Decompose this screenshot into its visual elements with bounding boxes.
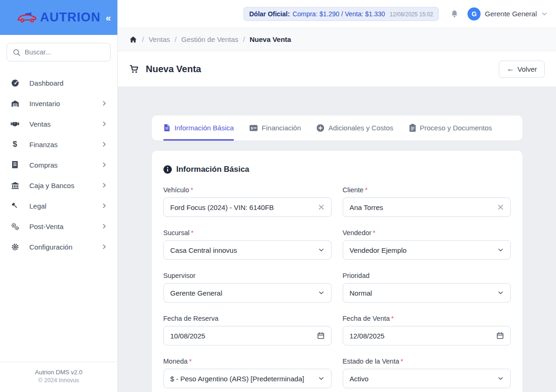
sidebar-item-label: Dashboard <box>29 79 107 87</box>
search-icon <box>13 48 20 56</box>
sidebar-item-legal[interactable]: Legal <box>0 196 117 216</box>
sidebar-collapse-icon[interactable]: « <box>106 13 111 22</box>
vehiculo-combobox[interactable]: Ford Focus (2024) - VIN: 6140FB <box>163 197 332 217</box>
field-label: Vendedor <box>343 229 372 237</box>
field-sucursal: Sucursal* Casa Central innovus <box>163 229 332 260</box>
tab-adicionales-y-costos[interactable]: Adicionales y Costos <box>317 115 393 141</box>
sidebar-search[interactable] <box>7 43 111 61</box>
clear-icon[interactable] <box>318 204 325 210</box>
field-vehiculo: Vehículo* Ford Focus (2024) - VIN: 6140F… <box>163 186 332 217</box>
sidebar-item-label: Finanzas <box>29 141 102 149</box>
back-button[interactable]: ← Volver <box>499 61 545 78</box>
fecha-reserva-date-input[interactable]: 10/08/2025 <box>163 326 332 345</box>
field-label: Cliente <box>343 186 364 194</box>
tab-label: Información Básica <box>175 124 234 132</box>
chevron-right-icon <box>102 203 107 209</box>
home-icon[interactable] <box>129 35 137 44</box>
field-moneda: Moneda* $ - Peso Argentino (ARS) [Predet… <box>163 358 332 388</box>
sidebar-item-ventas[interactable]: Ventas <box>0 114 117 134</box>
breadcrumb-separator: / <box>243 35 245 43</box>
field-fecha-reserva: Fecha de Reserva 10/08/2025 <box>163 315 332 345</box>
tab-label: Adicionales y Costos <box>328 124 393 132</box>
tab-label: Financiación <box>262 124 301 132</box>
calendar-icon[interactable] <box>317 332 325 339</box>
section-title: Información Básica <box>176 165 250 174</box>
sidebar-item-finanzas[interactable]: $ Finanzas <box>0 134 117 155</box>
required-mark: * <box>190 186 193 194</box>
vendedor-select[interactable]: Vendedor Ejemplo <box>343 240 511 260</box>
sidebar-header: AUTRION « <box>0 0 117 35</box>
dollar-icon: $ <box>10 140 20 149</box>
sidebar-item-label: Post-Venta <box>29 223 102 230</box>
breadcrumb-link-ventas[interactable]: Ventas <box>149 35 170 43</box>
field-vendedor: Vendedor* Vendedor Ejemplo <box>343 229 511 260</box>
sidebar-item-inventario[interactable]: Inventario <box>0 93 117 114</box>
cliente-combobox[interactable]: Ana Torres <box>343 197 511 217</box>
field-prioridad: Prioridad Normal <box>343 272 511 303</box>
sucursal-select[interactable]: Casa Central innovus <box>163 240 332 260</box>
field-value: 12/08/2025 <box>350 332 496 340</box>
bank-icon <box>10 181 20 190</box>
required-mark: * <box>191 229 194 237</box>
dollar-rate-title: Dólar Oficial: <box>249 10 290 18</box>
field-value: Ford Focus (2024) - VIN: 6140FB <box>170 203 318 211</box>
field-value: Casa Central innovus <box>170 246 318 254</box>
sidebar-item-caja-y-bancos[interactable]: Caja y Bancos <box>0 175 117 196</box>
user-menu[interactable]: G Gerente General <box>468 7 548 20</box>
field-label: Moneda <box>163 358 188 365</box>
breadcrumb-link-gestion-de-ventas[interactable]: Gestión de Ventas <box>181 35 238 43</box>
topbar: Dólar Oficial: Compra: $1.290 / Venta: $… <box>118 0 556 28</box>
credit-card-icon: $ <box>250 125 258 131</box>
breadcrumb-separator: / <box>142 35 144 43</box>
sidebar-item-label: Configuración <box>29 243 102 251</box>
sidebar-item-dashboard[interactable]: Dashboard <box>0 73 117 93</box>
brand-car-icon <box>17 11 37 24</box>
required-mark: * <box>189 358 192 365</box>
calendar-icon[interactable] <box>496 332 504 339</box>
field-label: Supervisor <box>163 272 196 279</box>
app-version: Autrion DMS v2.0 <box>5 369 113 376</box>
brand-logo[interactable]: AUTRION <box>17 10 101 25</box>
tab-financiacion[interactable]: $ Financiación <box>250 115 301 141</box>
tab-informacion-basica[interactable]: Información Básica <box>163 115 234 141</box>
dollar-rate-value: Compra: $1.290 / Venta: $1.330 <box>292 10 385 18</box>
chevron-right-icon <box>102 223 107 229</box>
back-button-label: Volver <box>517 65 537 73</box>
chevron-down-icon <box>318 375 325 382</box>
field-label: Vehículo <box>163 186 190 194</box>
dollar-rate-timestamp: 12/08/2025 15:02 <box>390 11 433 18</box>
chevron-down-icon <box>541 11 548 17</box>
chevron-down-icon <box>318 290 325 296</box>
field-label: Prioridad <box>343 272 370 279</box>
tab-label: Proceso y Documentos <box>420 124 492 132</box>
clear-icon[interactable] <box>497 204 504 210</box>
notifications-bell-icon[interactable] <box>450 9 459 19</box>
sidebar-item-label: Compras <box>29 161 102 169</box>
required-mark: * <box>400 358 403 365</box>
required-mark: * <box>373 229 376 237</box>
search-input[interactable] <box>25 48 105 56</box>
prioridad-select[interactable]: Normal <box>343 283 511 303</box>
document-icon <box>163 124 170 132</box>
chevron-down-icon <box>497 247 504 253</box>
form-tabs: Información Básica $ Financiación Adicio… <box>152 115 522 141</box>
basic-info-card: Información Básica Vehículo* Ford Focus … <box>152 151 522 392</box>
moneda-select[interactable]: $ - Peso Argentino (ARS) [Predeterminada… <box>163 369 332 388</box>
sidebar-item-compras[interactable]: Compras <box>0 155 117 175</box>
sidebar-item-label: Legal <box>29 202 102 210</box>
field-fecha-venta: Fecha de Venta* 12/08/2025 <box>343 315 511 345</box>
info-circle-icon <box>163 165 172 174</box>
fecha-venta-date-input[interactable]: 12/08/2025 <box>343 326 511 345</box>
estado-venta-select[interactable]: Activo <box>343 369 511 388</box>
user-name: Gerente General <box>485 10 537 18</box>
cart-icon <box>129 64 140 74</box>
sidebar: AUTRION « Dashboard Inventario <box>0 0 118 392</box>
sidebar-item-configuracion[interactable]: Configuración <box>0 237 117 257</box>
tab-proceso-y-documentos[interactable]: Proceso y Documentos <box>409 115 492 141</box>
supervisor-select[interactable]: Gerente General <box>163 283 332 303</box>
sidebar-item-post-venta[interactable]: Post-Venta <box>0 216 117 237</box>
garage-icon <box>10 99 20 108</box>
sidebar-item-label: Ventas <box>29 120 102 128</box>
sidebar-item-label: Inventario <box>29 100 102 108</box>
gear-icon <box>10 242 20 251</box>
